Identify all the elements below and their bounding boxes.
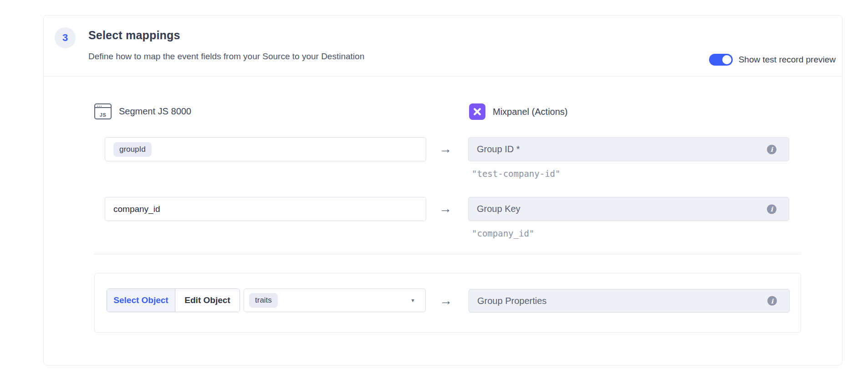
mapping-arrow-icon: → (439, 143, 452, 155)
destination-field-label: Group Properties (477, 296, 546, 306)
page-subtitle: Define how to map the event fields from … (88, 51, 364, 62)
edit-object-button[interactable]: Edit Object (175, 289, 240, 312)
mixpanel-icon (469, 103, 485, 120)
test-record-preview-control: Show test record preview (709, 54, 836, 66)
destination-column-header: Mixpanel (Actions) (469, 103, 568, 120)
step-number-badge: 3 (55, 27, 76, 48)
toggle-knob-icon (722, 55, 731, 64)
destination-name: Mixpanel (Actions) (493, 107, 568, 117)
source-field-input-company-id[interactable]: company_id (105, 197, 426, 221)
test-record-preview-value: "company_id" (472, 228, 534, 238)
destination-field-group-id[interactable]: Group ID * i (468, 137, 789, 161)
source-field-chip[interactable]: groupId (113, 142, 152, 157)
test-record-preview-value: "test-company-id" (472, 169, 560, 179)
mapping-arrow-icon: → (439, 202, 452, 215)
header-divider (44, 76, 842, 77)
destination-field-group-key[interactable]: Group Key i (468, 197, 789, 221)
object-source-chip[interactable]: traits (249, 293, 278, 308)
chevron-down-icon: ▼ (410, 298, 415, 303)
destination-field-group-properties[interactable]: Group Properties i (469, 289, 790, 313)
page-title: Select mappings (88, 29, 180, 42)
source-field-value: company_id (113, 204, 160, 214)
object-source-dropdown[interactable]: traits ▼ (244, 288, 426, 312)
info-icon[interactable]: i (767, 204, 776, 214)
object-mapping-card: Select Object Edit Object traits ▼ → Gro… (94, 273, 801, 333)
show-test-record-toggle[interactable] (709, 54, 733, 66)
source-field-input-groupid[interactable]: groupId (105, 137, 426, 161)
destination-field-label: Group Key (477, 204, 521, 214)
destination-field-label: Group ID * (477, 144, 520, 154)
page: 3 Select mappings Define how to map the … (0, 0, 868, 381)
source-column-header: JS Segment JS 8000 (94, 103, 191, 119)
source-name: Segment JS 8000 (119, 106, 191, 117)
info-icon[interactable]: i (767, 144, 776, 154)
select-object-button[interactable]: Select Object (107, 289, 175, 312)
object-mode-segmented-control: Select Object Edit Object (107, 288, 240, 312)
mapping-arrow-icon: → (439, 294, 452, 307)
section-divider (94, 254, 801, 254)
toggle-label: Show test record preview (739, 55, 836, 65)
source-js-browser-icon: JS (94, 103, 112, 119)
info-icon[interactable]: i (767, 296, 777, 306)
select-mappings-card: 3 Select mappings Define how to map the … (43, 15, 842, 366)
